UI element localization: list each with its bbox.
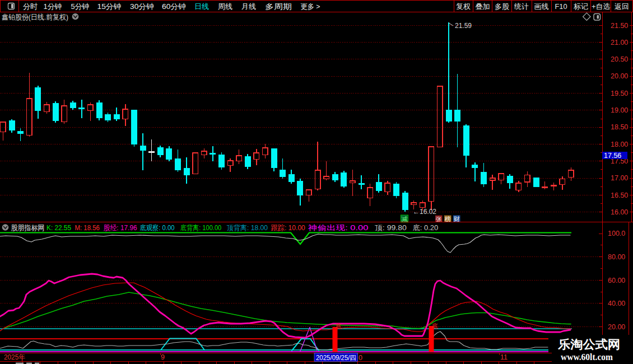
svg-text:跟踪: 10.00: 跟踪: 10.00 — [271, 224, 305, 232]
svg-text:16.00: 16.00 — [611, 208, 628, 216]
svg-text:底背离: 100.00: 底背离: 100.00 — [180, 224, 222, 232]
svg-text:顶背离: 18.00: 顶背离: 18.00 — [227, 224, 268, 232]
svg-text:1分钟: 1分钟 — [44, 2, 62, 11]
svg-text:+自选: +自选 — [592, 2, 610, 11]
svg-text:减: 减 — [402, 216, 408, 222]
svg-text:2025年: 2025年 — [4, 353, 25, 361]
svg-text:月线: 月线 — [241, 2, 256, 11]
svg-text:财: 财 — [454, 216, 460, 222]
svg-text:底: 0.20: 底: 0.20 — [413, 224, 439, 232]
svg-text:标记: 标记 — [574, 2, 588, 11]
svg-text:顶: 99.80: 顶: 99.80 — [375, 224, 407, 232]
svg-text:底: 底 — [432, 323, 438, 329]
svg-text:日线: 日线 — [194, 2, 209, 11]
svg-text:30分钟: 30分钟 — [130, 2, 154, 11]
svg-text:K: 22.55: K: 22.55 — [46, 224, 71, 232]
svg-text:多周期: 多周期 — [265, 2, 292, 11]
svg-text:5分钟: 5分钟 — [71, 2, 90, 11]
svg-text:17.00: 17.00 — [611, 174, 628, 182]
svg-text:神偷出现: 0.00: 神偷出现: 0.00 — [308, 224, 369, 232]
svg-text:鑫铂股份(日线.前复权): 鑫铂股份(日线.前复权) — [2, 13, 68, 21]
svg-text:20.00: 20.00 — [608, 323, 625, 331]
svg-text:0: 0 — [359, 354, 362, 362]
svg-text:画线: 画线 — [534, 2, 549, 11]
svg-text:www.60lt.com: www.60lt.com — [561, 352, 613, 362]
svg-text:21.50: 21.50 — [611, 22, 628, 30]
svg-text:40.00: 40.00 — [608, 300, 625, 307]
svg-text:20.50: 20.50 — [611, 55, 628, 63]
svg-text:21.59: 21.59 — [455, 22, 472, 30]
svg-text:16.50: 16.50 — [611, 192, 628, 199]
svg-text:11: 11 — [500, 353, 508, 361]
svg-text:更多 >: 更多 > — [301, 2, 320, 11]
svg-text:股经: 17.96: 股经: 17.96 — [104, 224, 137, 232]
svg-text:20.00: 20.00 — [611, 72, 628, 80]
svg-text:股朋指标网: 股朋指标网 — [11, 224, 45, 232]
svg-text:多股: 多股 — [495, 2, 509, 11]
svg-text:周线: 周线 — [218, 2, 232, 11]
svg-text:18.00: 18.00 — [611, 141, 628, 148]
svg-text:100.0: 100.0 — [608, 230, 625, 237]
svg-text:张: 张 — [436, 216, 442, 222]
svg-text:80.00: 80.00 — [608, 253, 625, 261]
svg-text:叠加: 叠加 — [476, 2, 490, 11]
svg-text:乐淘公式网: 乐淘公式网 — [557, 338, 620, 351]
svg-text:底: 底 — [336, 323, 342, 329]
svg-text:统计: 统计 — [514, 2, 529, 11]
svg-text:M: 18.56: M: 18.56 — [75, 224, 100, 232]
svg-text:17.56: 17.56 — [604, 152, 621, 160]
svg-text:2025/09/25/四: 2025/09/25/四 — [316, 354, 356, 362]
svg-text:返回: 返回 — [615, 2, 629, 11]
svg-text:21.00: 21.00 — [611, 39, 628, 46]
svg-text:分时: 分时 — [23, 2, 38, 11]
svg-text:复权: 复权 — [456, 2, 471, 11]
svg-text:60.00: 60.00 — [608, 277, 625, 284]
svg-text:15分钟: 15分钟 — [97, 2, 122, 11]
svg-text:底观察: 0.00: 底观察: 0.00 — [140, 224, 175, 232]
svg-text:F10: F10 — [555, 2, 567, 11]
svg-text:9: 9 — [161, 353, 165, 361]
svg-text:60分钟: 60分钟 — [162, 2, 186, 11]
svg-text:18.50: 18.50 — [611, 123, 628, 131]
svg-text:←16.02: ←16.02 — [413, 208, 436, 216]
svg-text:19.00: 19.00 — [611, 106, 628, 114]
svg-text:榜: 榜 — [445, 216, 451, 222]
svg-text:19.50: 19.50 — [611, 90, 628, 97]
